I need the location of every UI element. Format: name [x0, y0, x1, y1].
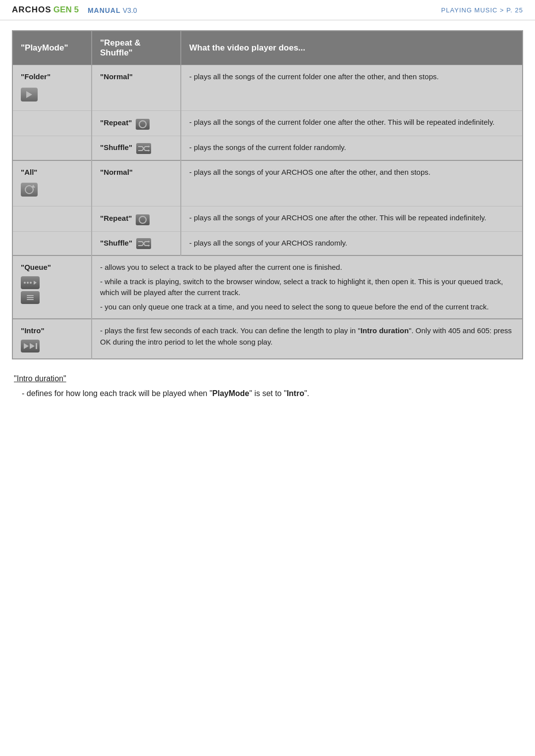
svg-marker-2 — [148, 241, 150, 243]
cell-repeat-normal-2: "Normal" — [92, 160, 181, 206]
desc-text-all-normal: - plays all the songs of your ARCHOS one… — [189, 168, 430, 176]
cell-playmode-intro: "Intro" — [12, 319, 92, 359]
cell-playmode-empty-2 — [12, 136, 92, 160]
cell-playmode-all: "All" — [12, 160, 92, 206]
desc-queue-p2: - while a track is playing, switch to th… — [100, 276, 514, 299]
svg-marker-5 — [30, 343, 35, 349]
cell-playmode-empty-1 — [12, 111, 92, 136]
all-icon — [21, 183, 38, 197]
svg-marker-0 — [148, 146, 150, 148]
repeat-icon-1 — [136, 117, 150, 130]
desc-text-folder-normal: - plays all the songs of the current fol… — [189, 72, 439, 81]
playmode-label-all: "All" — [21, 168, 37, 176]
desc-queue-p1: - allows you to select a track to be pla… — [100, 262, 514, 273]
bottom-section: "Intro duration" - defines for how long … — [12, 374, 523, 400]
brand-gen5: GEN 5 — [54, 5, 79, 14]
queue-icon-1 — [21, 276, 40, 289]
repeat-label-2: "Repeat" — [100, 214, 132, 222]
mode-table: "PlayMode" "Repeat & Shuffle" What the v… — [12, 30, 523, 359]
cell-desc-all-shuffle: - plays all the songs of your ARCHOS ran… — [181, 231, 523, 255]
shuffle-icon-1 — [136, 143, 151, 154]
cell-playmode-folder: "Folder" — [12, 65, 92, 111]
desc-text-intro: - plays the first few seconds of each tr… — [100, 326, 512, 346]
shuffle-label-2: "Shuffle" — [100, 239, 132, 247]
cell-desc-queue: - allows you to select a track to be pla… — [92, 255, 523, 319]
queue-icons-wrapper — [21, 276, 83, 304]
repeat-normal-label-1: "Normal" — [100, 72, 133, 81]
main-content: "PlayMode" "Repeat & Shuffle" What the v… — [0, 20, 535, 409]
queue-dots-icon — [27, 295, 34, 300]
cell-desc-intro: - plays the first few seconds of each tr… — [92, 319, 523, 359]
desc-text-all-repeat: - plays all the songs of your ARCHOS one… — [189, 213, 486, 222]
desc-queue-p3: - you can only queue one track at a time… — [100, 302, 514, 313]
cell-repeat-shuffle-2: "Shuffle" — [92, 231, 181, 255]
cell-desc-folder-normal: - plays all the songs of the current fol… — [181, 65, 523, 111]
table-row: "Intro" - plays the first few seconds of… — [12, 319, 523, 359]
cell-repeat-normal-1: "Normal" — [92, 65, 181, 111]
breadcrumb: PLAYING MUSIC > P. 25 — [441, 6, 523, 14]
playmode-label-queue: "Queue" — [21, 263, 51, 271]
repeat-icon-2 — [136, 212, 150, 225]
manual-label: MANUAL V3.0 — [88, 6, 137, 14]
cell-desc-all-normal: - plays all the songs of your ARCHOS one… — [181, 160, 523, 206]
brand-archos: ARCHOS — [12, 5, 52, 14]
brand-logo: ARCHOS GEN 5 — [12, 5, 79, 15]
cell-repeat-repeat-1: "Repeat" — [92, 111, 181, 136]
svg-rect-6 — [36, 343, 37, 349]
cell-desc-folder-shuffle: - plays the songs of the current folder … — [181, 136, 523, 160]
table-row: "All" "Normal" - plays all the songs of … — [12, 160, 523, 206]
desc-text-folder-shuffle: - plays the songs of the current folder … — [189, 143, 346, 151]
playmode-label-intro: "Intro" — [21, 326, 45, 335]
col-header-repeat: "Repeat & Shuffle" — [92, 31, 181, 65]
intro-duration-desc: - defines for how long each track will b… — [14, 387, 521, 400]
header-left: ARCHOS GEN 5 MANUAL V3.0 — [12, 5, 137, 15]
svg-marker-1 — [148, 150, 150, 151]
cell-repeat-shuffle-1: "Shuffle" — [92, 136, 181, 160]
arrow-right-icon — [26, 91, 32, 98]
cell-playmode-empty-4 — [12, 231, 92, 255]
cell-playmode-empty-3 — [12, 206, 92, 231]
desc-text-all-shuffle: - plays all the songs of your ARCHOS ran… — [189, 239, 347, 247]
intro-svg — [21, 341, 40, 352]
table-header-row: "PlayMode" "Repeat & Shuffle" What the v… — [12, 31, 523, 65]
folder-icon — [21, 88, 38, 101]
folder-icon-wrapper — [21, 86, 83, 105]
version-number: V3.0 — [123, 6, 137, 14]
intro-icon-wrapper — [21, 340, 83, 353]
shuffle-label-1: "Shuffle" — [100, 143, 132, 151]
desc-text-folder-repeat: - plays all the songs of the current fol… — [189, 118, 494, 126]
repeat-normal-label-2: "Normal" — [100, 168, 133, 176]
intro-icon — [21, 340, 40, 353]
page-header: ARCHOS GEN 5 MANUAL V3.0 PLAYING MUSIC >… — [0, 0, 535, 20]
cell-desc-all-repeat: - plays all the songs of your ARCHOS one… — [181, 206, 523, 231]
col-header-description: What the video player does... — [181, 31, 523, 65]
svg-marker-4 — [24, 343, 29, 349]
shuffle-svg-1 — [136, 143, 151, 154]
manual-text: MANUAL — [88, 6, 121, 14]
intro-duration-title: "Intro duration" — [14, 374, 66, 383]
table-row: "Repeat" - plays all the songs of your A… — [12, 206, 523, 231]
svg-marker-3 — [148, 245, 150, 247]
repeat-label-1: "Repeat" — [100, 118, 132, 127]
shuffle-svg-2 — [136, 238, 151, 249]
table-row: "Queue" — [12, 255, 523, 319]
shuffle-icon-2 — [136, 238, 151, 249]
table-row: "Shuffle" - plays all the — [12, 231, 523, 255]
table-row: "Folder" "Normal" - plays all the songs … — [12, 65, 523, 111]
cell-repeat-repeat-2: "Repeat" — [92, 206, 181, 231]
col-header-playmode: "PlayMode" — [12, 31, 92, 65]
cell-desc-folder-repeat: - plays all the songs of the current fol… — [181, 111, 523, 136]
playmode-label-folder: "Folder" — [21, 72, 51, 81]
cell-playmode-queue: "Queue" — [12, 255, 92, 319]
all-icon-wrapper — [21, 181, 83, 200]
table-row: "Shuffle" - plays the song — [12, 136, 523, 160]
table-row: "Repeat" - plays all the songs of the cu… — [12, 111, 523, 136]
queue-icon-2 — [21, 291, 40, 304]
